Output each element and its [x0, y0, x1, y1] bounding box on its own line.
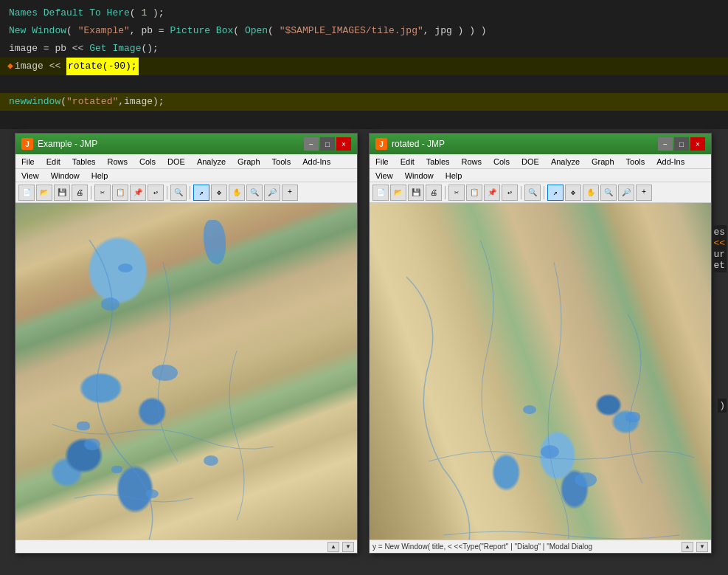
window-title-example: Example - JMP	[38, 139, 97, 149]
river-svg	[15, 203, 357, 540]
tb-open[interactable]: 📂	[36, 185, 52, 201]
menu2-tables[interactable]: Tables	[423, 156, 453, 167]
tb-new[interactable]: 📄	[18, 185, 35, 201]
nav-up-btn[interactable]: ▲	[327, 542, 339, 552]
menu2-addins[interactable]: Add-Ins	[654, 156, 687, 167]
menu2-help[interactable]: Help	[443, 171, 465, 181]
title-bar-controls-2[interactable]: − □ ×	[658, 137, 705, 151]
code-line-5	[0, 75, 728, 93]
tb2-move[interactable]: ✥	[565, 185, 581, 201]
status-bar-rotated: y = New Window( title, < <<Type("Report"…	[370, 540, 711, 553]
tb2-search[interactable]: 🔍	[524, 185, 541, 201]
tb2-select[interactable]: ↗	[547, 185, 564, 201]
menu-cols[interactable]: Cols	[136, 156, 159, 167]
menu-window[interactable]: Window	[48, 171, 83, 181]
close-button-2[interactable]: ×	[690, 137, 705, 151]
menu2-edit[interactable]: Edit	[398, 156, 417, 167]
menu2-doe[interactable]: DOE	[519, 156, 542, 167]
tb2-sep1	[445, 186, 446, 199]
tb2-sep2	[521, 186, 521, 199]
code-line-1: Names Default To Here( 1 );	[0, 0, 728, 22]
tb2-open[interactable]: 📂	[390, 185, 406, 201]
menu-bar-2: View Window Help	[15, 169, 357, 182]
title-bar-controls[interactable]: − □ ×	[304, 137, 351, 151]
close-button[interactable]: ×	[336, 137, 351, 151]
menu-help[interactable]: Help	[89, 171, 111, 181]
tb-sep3	[190, 186, 190, 199]
tb-cut[interactable]: ✂	[94, 185, 111, 201]
menu-view[interactable]: View	[18, 171, 42, 181]
menu2-graph[interactable]: Graph	[589, 156, 617, 167]
tb-plus[interactable]: +	[282, 185, 298, 201]
code-line-4: ◆image << rotate(-90);	[0, 58, 728, 75]
menu-bar-4: View Window Help	[370, 169, 711, 182]
tb2-plus[interactable]: +	[636, 185, 652, 201]
tb2-print[interactable]: 🖨	[426, 185, 442, 201]
menu2-file[interactable]: File	[372, 156, 392, 167]
highlighted-code: rotate(-90);	[66, 58, 139, 75]
right-code-snippet: es << ur et	[712, 225, 727, 272]
menu-graph[interactable]: Graph	[235, 156, 263, 167]
menu-edit[interactable]: Edit	[44, 156, 63, 167]
code-editor: Names Default To Here( 1 ); New Window( …	[0, 0, 728, 133]
window-title-rotated: rotated - JMP	[392, 139, 445, 149]
menu-tools[interactable]: Tools	[269, 156, 294, 167]
tb2-undo[interactable]: ↩	[502, 185, 518, 201]
tb-zoom-in[interactable]: 🔍	[246, 185, 263, 201]
tb2-hand[interactable]: ✋	[583, 185, 599, 201]
tb-move[interactable]: ✥	[211, 185, 227, 201]
minimize-button-2[interactable]: −	[658, 137, 673, 151]
menu-tables[interactable]: Tables	[69, 156, 99, 167]
menu2-tools[interactable]: Tools	[623, 156, 648, 167]
tb-copy[interactable]: 📋	[112, 185, 128, 201]
menu-analyze[interactable]: Analyze	[194, 156, 229, 167]
tb2-zoom-in[interactable]: 🔍	[600, 185, 617, 201]
tb-select[interactable]: ↗	[193, 185, 209, 201]
menu-bar-1: File Edit Tables Rows Cols DOE Analyze G…	[15, 154, 357, 169]
maximize-button-2[interactable]: □	[674, 137, 689, 151]
map-content-rotated	[370, 203, 711, 540]
tb-undo[interactable]: ↩	[148, 185, 164, 201]
map-terrain-rotated	[370, 203, 711, 540]
jmp-icon: J	[21, 138, 33, 150]
tb2-zoom-out[interactable]: 🔎	[618, 185, 634, 201]
maximize-button[interactable]: □	[320, 137, 335, 151]
tb2-new[interactable]: 📄	[372, 185, 389, 201]
tb-paste[interactable]: 📌	[130, 185, 146, 201]
window-rotated: J rotated - JMP − □ × File Edit Tables R…	[369, 133, 712, 554]
tb-save[interactable]: 💾	[54, 185, 70, 201]
right-code-snippet-2: )	[718, 399, 727, 413]
status-bar-example: ▲ ▼	[15, 540, 357, 553]
status-text-rotated: y = New Window( title, < <<Type("Report"…	[372, 543, 679, 551]
menu2-view[interactable]: View	[372, 171, 396, 181]
tb-hand[interactable]: ✋	[229, 185, 245, 201]
tb-zoom-out[interactable]: 🔎	[264, 185, 280, 201]
menu-file[interactable]: File	[18, 156, 38, 167]
menu2-window[interactable]: Window	[402, 171, 437, 181]
menu-addins[interactable]: Add-Ins	[299, 156, 333, 167]
tb2-save[interactable]: 💾	[408, 185, 424, 201]
tb2-cut[interactable]: ✂	[448, 185, 465, 201]
title-bar-left-2: J rotated - JMP	[375, 138, 445, 150]
tb-sep1	[91, 186, 91, 199]
nav2-up-btn[interactable]: ▲	[682, 542, 693, 552]
tb-search[interactable]: 🔍	[170, 185, 187, 201]
menu2-cols[interactable]: Cols	[490, 156, 513, 167]
window-example: J Example - JMP − □ × File Edit Tables R…	[15, 133, 358, 554]
code-text: Names Default To Here	[9, 4, 130, 22]
minimize-button[interactable]: −	[304, 137, 319, 151]
nav2-down-btn[interactable]: ▼	[696, 542, 708, 552]
title-bar-rotated: J rotated - JMP − □ ×	[370, 134, 711, 154]
arrow-indicator: ◆	[7, 58, 13, 75]
tb2-copy[interactable]: 📋	[466, 185, 482, 201]
nav-down-btn[interactable]: ▼	[342, 542, 354, 552]
menu2-analyze[interactable]: Analyze	[548, 156, 583, 167]
menu-doe[interactable]: DOE	[164, 156, 188, 167]
map-terrain	[15, 203, 357, 540]
tb2-paste[interactable]: 📌	[484, 185, 500, 201]
code-line-3: image = pb << Get Image();	[0, 40, 728, 58]
menu-rows[interactable]: Rows	[105, 156, 131, 167]
tb2-sep3	[544, 186, 544, 199]
tb-print[interactable]: 🖨	[72, 185, 88, 201]
menu2-rows[interactable]: Rows	[459, 156, 485, 167]
